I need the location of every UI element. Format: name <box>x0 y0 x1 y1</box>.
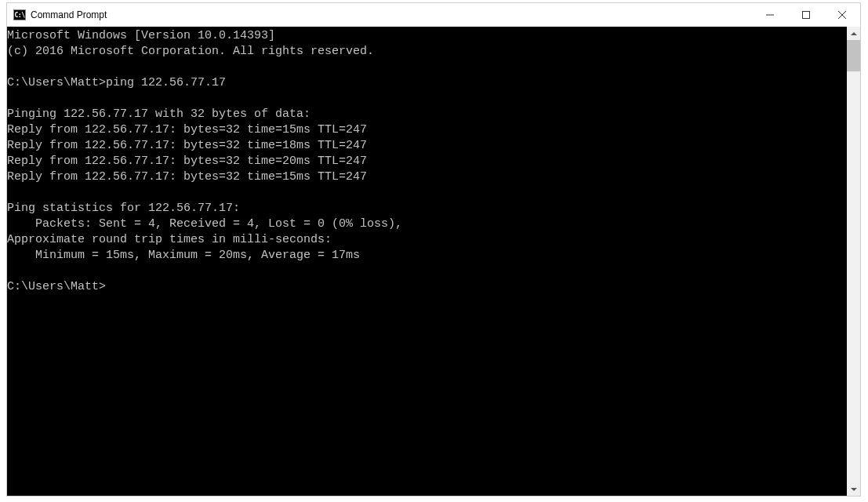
svg-marker-5 <box>851 488 857 491</box>
window-title: Command Prompt <box>31 9 107 20</box>
terminal-area: Microsoft Windows [Version 10.0.14393] (… <box>7 27 860 496</box>
maximize-icon <box>802 11 810 19</box>
window-controls <box>752 3 860 27</box>
command-prompt-icon: C:\ <box>13 9 26 20</box>
svg-marker-4 <box>851 32 857 35</box>
scroll-thumb[interactable] <box>847 40 860 71</box>
chevron-down-icon <box>851 488 857 491</box>
command-prompt-window: C:\ Command Prompt Microsoft Windows [Ve… <box>6 2 861 497</box>
minimize-button[interactable] <box>752 3 788 27</box>
scroll-up-button[interactable] <box>847 27 860 40</box>
terminal-output[interactable]: Microsoft Windows [Version 10.0.14393] (… <box>7 27 847 496</box>
maximize-button[interactable] <box>788 3 824 27</box>
close-button[interactable] <box>824 3 860 27</box>
minimize-icon <box>766 11 774 19</box>
titlebar[interactable]: C:\ Command Prompt <box>7 3 860 27</box>
vertical-scrollbar[interactable] <box>847 27 860 496</box>
chevron-up-icon <box>851 32 857 35</box>
svg-rect-1 <box>803 12 810 19</box>
close-icon <box>838 11 846 19</box>
scroll-down-button[interactable] <box>847 482 860 496</box>
